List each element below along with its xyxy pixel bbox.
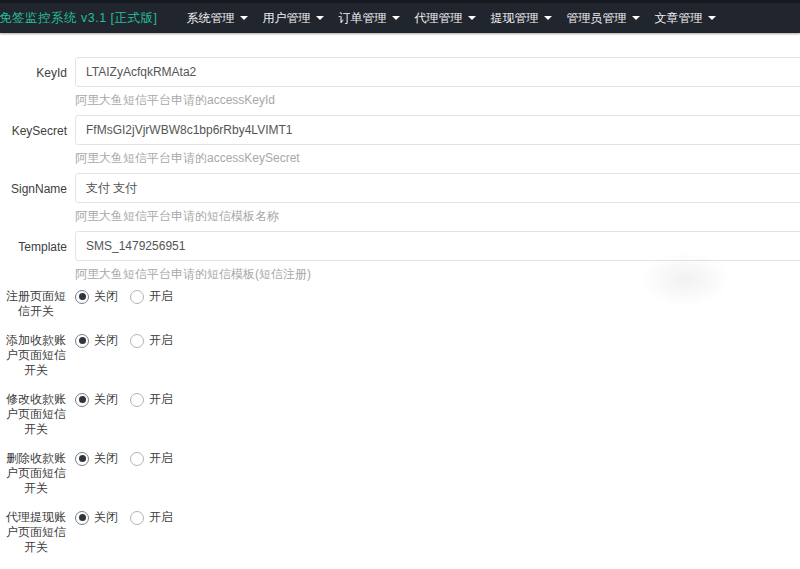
- radio-group: 关闭 开启: [75, 451, 800, 496]
- radio-option-off[interactable]: 关闭: [75, 289, 118, 304]
- radio-option-label: 关闭: [94, 392, 118, 407]
- radio-switch-row: 注册页面短信开关 关闭 开启: [0, 289, 800, 319]
- field-help-text: 阿里大鱼短信平台申请的accessKeyId: [75, 92, 800, 106]
- nav-item-label: 用户管理: [263, 10, 311, 27]
- radio-option-label: 关闭: [94, 333, 118, 348]
- radio-option-on[interactable]: 开启: [130, 451, 173, 466]
- brand-title[interactable]: 免签监控系统 v3.1 [正式版]: [0, 10, 158, 27]
- nav-menu: 系统管理 用户管理 订单管理 代理管理 提现管理 管理员管理 文章管理: [180, 3, 724, 33]
- nav-menu-item[interactable]: 提现管理: [484, 3, 559, 33]
- switch-label: 代理提现账户页面短信开关: [0, 510, 67, 555]
- radio-group: 关闭 开启: [75, 510, 800, 555]
- radio-icon: [75, 334, 89, 348]
- radio-icon: [130, 511, 144, 525]
- radio-group: 关闭 开启: [75, 333, 800, 378]
- field-control: 阿里大鱼短信平台申请的短信模板名称: [75, 173, 800, 222]
- radio-option-on[interactable]: 开启: [130, 510, 173, 525]
- chevron-down-icon: [392, 16, 400, 20]
- sms-settings-form: KeyId 阿里大鱼短信平台申请的accessKeyId KeySecret 阿…: [0, 33, 800, 555]
- text-input[interactable]: [75, 57, 800, 87]
- nav-item-label: 管理员管理: [567, 10, 627, 27]
- radio-option-on[interactable]: 开启: [130, 392, 173, 407]
- switch-label: 修改收款账户页面短信开关: [0, 392, 67, 437]
- radio-option-label: 开启: [149, 451, 173, 466]
- chevron-down-icon: [240, 16, 248, 20]
- switch-label: 注册页面短信开关: [0, 289, 67, 319]
- nav-item-label: 系统管理: [187, 10, 235, 27]
- text-input[interactable]: [75, 173, 800, 203]
- switches-section: 注册页面短信开关 关闭 开启 添加收款账户页面短信开关 关闭 开启: [0, 289, 800, 555]
- field-label: SignName: [0, 173, 67, 222]
- form-field-row: SignName 阿里大鱼短信平台申请的短信模板名称: [0, 173, 800, 222]
- nav-menu-item[interactable]: 用户管理: [256, 3, 331, 33]
- radio-switch-row: 代理提现账户页面短信开关 关闭 开启: [0, 510, 800, 555]
- radio-option-off[interactable]: 关闭: [75, 451, 118, 466]
- chevron-down-icon: [708, 16, 716, 20]
- radio-switch-row: 添加收款账户页面短信开关 关闭 开启: [0, 333, 800, 378]
- radio-option-off[interactable]: 关闭: [75, 510, 118, 525]
- radio-icon: [130, 290, 144, 304]
- radio-group: 关闭 开启: [75, 392, 800, 437]
- radio-option-label: 开启: [149, 392, 173, 407]
- radio-option-label: 关闭: [94, 451, 118, 466]
- radio-icon: [130, 334, 144, 348]
- radio-icon: [75, 452, 89, 466]
- nav-item-label: 代理管理: [415, 10, 463, 27]
- top-navbar: 免签监控系统 v3.1 [正式版] 系统管理 用户管理 订单管理 代理管理 提现…: [0, 0, 800, 33]
- chevron-down-icon: [544, 16, 552, 20]
- nav-menu-item[interactable]: 管理员管理: [560, 3, 647, 33]
- radio-icon: [130, 393, 144, 407]
- form-field-row: Template 阿里大鱼短信平台申请的短信模板(短信注册): [0, 231, 800, 280]
- radio-group: 关闭 开启: [75, 289, 800, 319]
- switch-label: 删除收款账户页面短信开关: [0, 451, 67, 496]
- radio-option-label: 开启: [149, 289, 173, 304]
- switch-label: 添加收款账户页面短信开关: [0, 333, 67, 378]
- nav-menu-item[interactable]: 文章管理: [648, 3, 723, 33]
- radio-option-label: 关闭: [94, 510, 118, 525]
- nav-item-label: 提现管理: [491, 10, 539, 27]
- radio-option-off[interactable]: 关闭: [75, 392, 118, 407]
- text-fields-section: KeyId 阿里大鱼短信平台申请的accessKeyId KeySecret 阿…: [0, 57, 800, 280]
- radio-icon: [75, 393, 89, 407]
- nav-menu-item[interactable]: 系统管理: [180, 3, 255, 33]
- text-input[interactable]: [75, 115, 800, 145]
- form-field-row: KeySecret 阿里大鱼短信平台申请的accessKeySecret: [0, 115, 800, 164]
- nav-item-label: 文章管理: [655, 10, 703, 27]
- field-control: 阿里大鱼短信平台申请的accessKeySecret: [75, 115, 800, 164]
- radio-option-label: 开启: [149, 333, 173, 348]
- field-label: KeyId: [0, 57, 67, 106]
- nav-menu-item[interactable]: 代理管理: [408, 3, 483, 33]
- field-control: 阿里大鱼短信平台申请的accessKeyId: [75, 57, 800, 106]
- chevron-down-icon: [316, 16, 324, 20]
- field-help-text: 阿里大鱼短信平台申请的短信模板(短信注册): [75, 266, 800, 280]
- nav-menu-item[interactable]: 订单管理: [332, 3, 407, 33]
- nav-item-label: 订单管理: [339, 10, 387, 27]
- chevron-down-icon: [468, 16, 476, 20]
- radio-switch-row: 修改收款账户页面短信开关 关闭 开启: [0, 392, 800, 437]
- radio-option-on[interactable]: 开启: [130, 333, 173, 348]
- radio-icon: [75, 511, 89, 525]
- radio-option-label: 开启: [149, 510, 173, 525]
- field-control: 阿里大鱼短信平台申请的短信模板(短信注册): [75, 231, 800, 280]
- text-input[interactable]: [75, 231, 800, 261]
- field-label: KeySecret: [0, 115, 67, 164]
- radio-icon: [130, 452, 144, 466]
- field-help-text: 阿里大鱼短信平台申请的accessKeySecret: [75, 150, 800, 164]
- field-label: Template: [0, 231, 67, 280]
- radio-option-on[interactable]: 开启: [130, 289, 173, 304]
- radio-icon: [75, 290, 89, 304]
- radio-option-label: 关闭: [94, 289, 118, 304]
- field-help-text: 阿里大鱼短信平台申请的短信模板名称: [75, 208, 800, 222]
- chevron-down-icon: [632, 16, 640, 20]
- radio-option-off[interactable]: 关闭: [75, 333, 118, 348]
- form-field-row: KeyId 阿里大鱼短信平台申请的accessKeyId: [0, 57, 800, 106]
- radio-switch-row: 删除收款账户页面短信开关 关闭 开启: [0, 451, 800, 496]
